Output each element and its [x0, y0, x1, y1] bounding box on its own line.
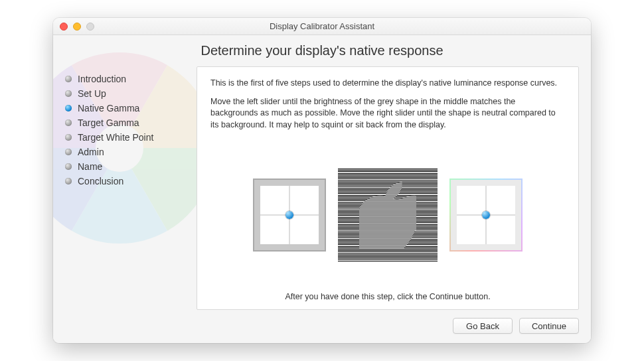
button-row: Go Back Continue [53, 310, 591, 343]
minimize-icon[interactable] [73, 23, 81, 31]
sidebar-item-label: Name [78, 161, 102, 172]
sidebar-item-label: Native Gamma [78, 103, 139, 113]
titlebar: Display Calibrator Assistant [53, 18, 591, 35]
reference-pattern [338, 169, 438, 261]
sidebar-item-target-gamma: Target Gamma [65, 115, 185, 130]
sidebar-item-label: Set Up [78, 88, 106, 99]
sidebar: Introduction Set Up Native Gamma Target … [65, 66, 185, 310]
step-bullet-icon [65, 76, 72, 82]
calibration-row [210, 144, 565, 285]
step-bullet-icon [65, 134, 72, 141]
sidebar-item-label: Introduction [78, 74, 126, 84]
apple-logo-icon [359, 182, 416, 248]
step-bullet-icon [65, 163, 72, 170]
brightness-slider-knob[interactable] [285, 211, 293, 219]
brightness-target[interactable] [253, 179, 326, 252]
step-bullet-icon [65, 149, 72, 155]
sidebar-item-label: Admin [78, 147, 104, 157]
main-panel: This is the first of five steps used to … [197, 66, 579, 310]
sidebar-item-label: Target Gamma [78, 117, 139, 128]
zoom-icon [86, 23, 94, 31]
step-bullet-icon [65, 90, 72, 97]
continue-button[interactable]: Continue [519, 318, 579, 334]
sidebar-item-native-gamma: Native Gamma [65, 101, 185, 115]
instruction-text-2: Move the left slider until the brightnes… [210, 96, 565, 131]
step-bullet-icon [65, 119, 72, 126]
window-body: Determine your display's native response… [53, 35, 591, 343]
window-controls [60, 23, 94, 31]
sidebar-item-label: Target White Point [78, 132, 153, 143]
footer-instruction: After you have done this step, click the… [210, 285, 565, 301]
page-title: Determine your display's native response [53, 43, 591, 58]
tint-slider-knob[interactable] [482, 211, 490, 219]
sidebar-item-setup: Set Up [65, 86, 185, 101]
close-icon[interactable] [60, 23, 68, 31]
window-title: Display Calibrator Assistant [53, 21, 591, 31]
sidebar-item-target-white-point: Target White Point [65, 130, 185, 145]
sidebar-item-admin: Admin [65, 145, 185, 159]
tint-target[interactable] [449, 179, 523, 252]
window: Display Calibrator Assistant Determine y… [53, 18, 591, 343]
sidebar-item-name: Name [65, 159, 185, 174]
step-bullet-current-icon [65, 105, 72, 111]
sidebar-item-introduction: Introduction [65, 72, 185, 86]
step-bullet-icon [65, 178, 72, 184]
go-back-button[interactable]: Go Back [453, 318, 513, 334]
sidebar-item-conclusion: Conclusion [65, 174, 185, 188]
instruction-text-1: This is the first of five steps used to … [210, 78, 565, 90]
sidebar-item-label: Conclusion [78, 176, 123, 186]
